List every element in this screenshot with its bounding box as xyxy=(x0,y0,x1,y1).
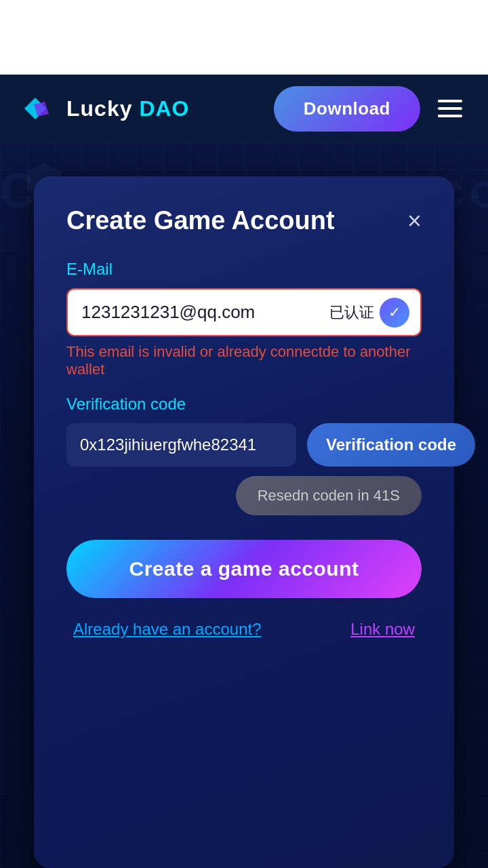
verification-code-button[interactable]: Verification code xyxy=(307,423,475,467)
verified-badge: 已认证 ✓ xyxy=(329,298,420,328)
email-input[interactable] xyxy=(68,290,329,335)
create-account-button[interactable]: Create a game account xyxy=(66,540,422,598)
link-now-button[interactable]: Link now xyxy=(350,620,415,639)
create-account-modal: Create Game Account × E-Mail 已认证 ✓ This … xyxy=(34,176,454,868)
verified-text: 已认证 xyxy=(329,302,374,323)
modal-header: Create Game Account × xyxy=(66,206,422,235)
verification-label: Verification code xyxy=(66,395,422,414)
email-label: E-Mail xyxy=(66,260,422,279)
header-right: Download xyxy=(274,86,466,132)
logo-dao: DAO xyxy=(139,96,189,121)
background-area: Create game account Create Game Account … xyxy=(0,142,488,868)
email-section: E-Mail 已认证 ✓ This email is invalid or al… xyxy=(66,260,422,378)
resend-button[interactable]: Resedn coden in 41S xyxy=(236,476,422,515)
logo-icon xyxy=(22,95,57,122)
menu-line-1 xyxy=(438,100,462,102)
bottom-links: Already have an account? Link now xyxy=(66,620,422,639)
header: Lucky DAO Download xyxy=(0,75,488,142)
top-white-bar xyxy=(0,0,488,75)
logo-lucky: Lucky xyxy=(66,96,139,121)
menu-line-2 xyxy=(438,107,462,110)
modal-close-button[interactable]: × xyxy=(407,209,422,233)
logo: Lucky DAO xyxy=(22,95,189,122)
modal-title: Create Game Account xyxy=(66,206,335,235)
resend-wrapper: Resedn coden in 41S xyxy=(66,476,422,515)
verified-check-icon: ✓ xyxy=(380,298,409,328)
verification-section: Verification code Verification code Rese… xyxy=(66,395,422,515)
email-input-wrapper: 已认证 ✓ xyxy=(66,288,422,336)
download-button[interactable]: Download xyxy=(274,86,420,132)
menu-icon[interactable] xyxy=(434,96,466,121)
menu-line-3 xyxy=(438,115,462,117)
email-error-message: This email is invalid or already connect… xyxy=(66,343,422,378)
verification-row: Verification code xyxy=(66,423,422,467)
logo-text: Lucky DAO xyxy=(66,96,189,121)
already-account-link[interactable]: Already have an account? xyxy=(73,620,262,639)
verification-input[interactable] xyxy=(66,423,296,467)
